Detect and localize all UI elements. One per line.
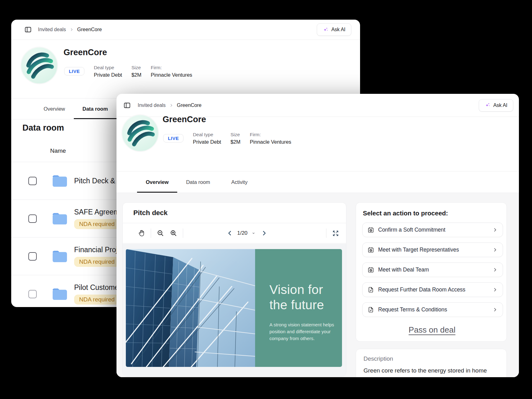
sidebar-toggle-icon[interactable] (123, 102, 131, 109)
folder-icon (52, 287, 68, 301)
breadcrumb-invited-deals[interactable]: Invited deals (38, 27, 66, 32)
chevron-right-icon (261, 230, 268, 237)
toolbar-divider (326, 228, 326, 238)
data-room-heading: Data room (22, 123, 64, 133)
next-page-button[interactable] (261, 230, 268, 237)
page-navigation: 1/20 (226, 230, 267, 237)
folder-name[interactable]: Financial Proj (74, 246, 120, 254)
chevron-right-icon (492, 227, 498, 233)
calendar-clock-icon (368, 247, 374, 253)
breadcrumb: Invited deals GreenCore (38, 27, 102, 32)
nda-required-badge: NDA required (74, 219, 120, 229)
meta-value: Pinnacle Ventures (151, 72, 192, 78)
pdf-toolbar: 1/20 (123, 223, 346, 243)
pass-on-deal-link[interactable]: Pass on deal (409, 325, 455, 335)
tab-activity[interactable]: Activity (222, 171, 256, 193)
deal-meta: LIVE Deal type Private Debt Size $2M Fir… (64, 65, 192, 78)
document-pen-icon (368, 286, 374, 293)
chevron-right-icon (169, 103, 174, 108)
view-link[interactable]: View (475, 376, 488, 377)
action-request-data-room-access[interactable]: Request Further Data Room Access (362, 282, 503, 297)
description-text: Green core refers to the energy stored i… (363, 366, 499, 377)
fullscreen-button[interactable] (332, 230, 339, 237)
chevron-right-icon (492, 287, 498, 292)
zoom-in-button[interactable] (170, 229, 177, 237)
breadcrumb-invited-deals[interactable]: Invited deals (138, 103, 166, 108)
meta-value: $2M (131, 72, 141, 78)
page-indicator[interactable]: 1/20 (237, 230, 247, 236)
slide-stage: Vision for the future A strong vision st… (123, 244, 346, 376)
slide-body-text: A strong vision statement helps position… (269, 321, 339, 342)
description-body: Green core refers to the energy stored i… (363, 367, 487, 377)
sparkles-icon (485, 102, 491, 108)
meta-firm: Firm: Pinnacle Ventures (151, 65, 192, 78)
slide-text-panel: Vision for the future A strong vision st… (255, 249, 342, 367)
zoom-out-icon (157, 229, 164, 237)
chevron-right-icon (492, 267, 498, 272)
deal-logo (121, 114, 159, 152)
row-checkbox[interactable] (28, 290, 37, 298)
deal-title: GreenCore (64, 48, 107, 57)
folder-name[interactable]: Pilot Custome (74, 283, 120, 292)
deal-title: GreenCore (163, 115, 206, 124)
folder-name[interactable]: Pitch Deck & (74, 177, 115, 185)
action-meet-deal-team[interactable]: Meet with Deal Team (362, 262, 503, 277)
toolbar-divider (151, 228, 151, 238)
meta-value: Private Debt (94, 72, 122, 78)
nda-required-badge: NDA required (74, 295, 120, 305)
breadcrumb: Invited deals GreenCore (138, 103, 202, 108)
actions-heading: Select an action to proceed: (363, 209, 502, 217)
hand-icon (138, 229, 145, 237)
chevron-down-icon[interactable] (252, 231, 255, 235)
meta-label: Firm: (151, 65, 192, 70)
ask-ai-button[interactable]: Ask AI (317, 23, 351, 36)
previous-page-button[interactable] (226, 230, 233, 237)
deal-tabs: Overview Data room Activity (116, 171, 519, 193)
tab-data-room[interactable]: Data room (177, 171, 219, 193)
row-checkbox[interactable] (28, 252, 37, 261)
tab-overview[interactable]: Overview (137, 171, 177, 193)
ask-ai-label: Ask AI (331, 27, 345, 32)
ask-ai-button[interactable]: Ask AI (479, 99, 513, 112)
chevron-right-icon (492, 307, 498, 312)
action-label: Confirm a Soft Commitment (378, 227, 445, 233)
meta-label: Size (230, 132, 240, 137)
chevron-right-icon (69, 27, 74, 32)
ask-ai-label: Ask AI (493, 103, 507, 108)
action-meet-target-representatives[interactable]: Meet with Target Representatives (362, 243, 503, 257)
zoom-out-button[interactable] (157, 229, 164, 237)
meta-value: Private Debt (193, 139, 221, 145)
meta-value: $2M (230, 139, 240, 145)
description-heading: Description (363, 355, 499, 362)
deal-meta: LIVE Deal type Private Debt Size $2M Fir… (163, 132, 291, 145)
description-card: Description Green core refers to the ene… (356, 349, 507, 377)
row-checkbox[interactable] (28, 177, 37, 185)
folder-icon (52, 174, 68, 188)
meta-label: Size (131, 65, 141, 70)
folder-icon (52, 249, 68, 263)
chevron-left-icon (226, 230, 233, 237)
slide-building-photo (126, 249, 255, 367)
status-badge: LIVE (163, 134, 183, 142)
folder-icon (52, 212, 68, 225)
tab-overview[interactable]: Overview (35, 99, 74, 119)
greencore-logo-icon (21, 47, 58, 84)
column-header-name: Name (50, 147, 66, 154)
row-checkbox[interactable] (28, 214, 37, 223)
folder-name[interactable]: SAFE Agreem (74, 208, 120, 216)
greencore-logo-icon (122, 115, 159, 151)
sidebar-toggle-icon[interactable] (24, 26, 32, 33)
meta-label: Deal type (94, 65, 122, 70)
meta-size: Size $2M (131, 65, 141, 78)
action-confirm-soft-commitment[interactable]: Confirm a Soft Commitment (362, 223, 503, 237)
slide-page-1[interactable]: Vision for the future A strong vision st… (126, 249, 342, 367)
meta-firm: Firm: Pinnacle Ventures (250, 132, 291, 145)
pitch-deck-title: Pitch deck (123, 203, 346, 223)
pan-tool-button[interactable] (138, 229, 145, 237)
slide-headline: Vision for the future (269, 282, 336, 313)
action-request-terms-conditions[interactable]: Request Terms & Conditions (362, 302, 503, 317)
desktop-background: Invited deals GreenCore Ask AI GreenCore… (0, 0, 532, 399)
breadcrumb-greencore: GreenCore (177, 103, 202, 108)
tab-data-room[interactable]: Data room (74, 99, 117, 119)
action-label: Request Terms & Conditions (378, 306, 447, 313)
